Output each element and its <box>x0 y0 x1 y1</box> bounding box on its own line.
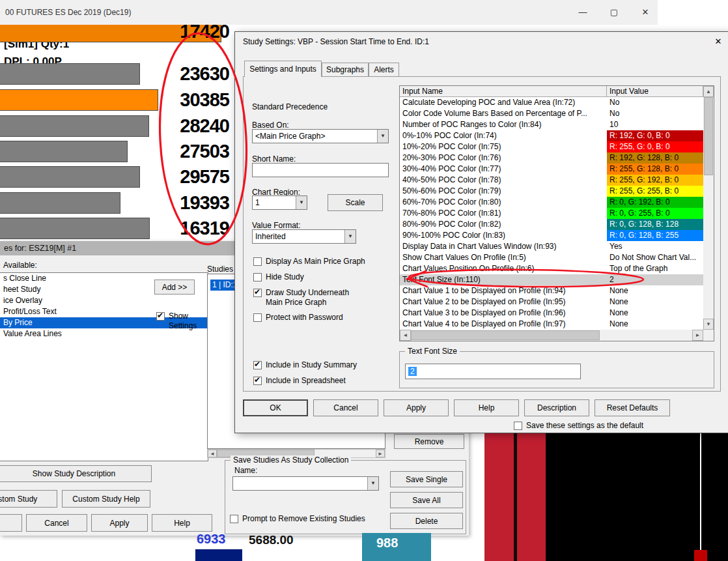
input-row[interactable]: 80%-90% POC Color (In:82)R: 0, G: 128, B… <box>400 219 703 230</box>
description-button[interactable]: Description <box>524 399 589 416</box>
summary-checkbox[interactable]: ✔Include in Spreadsheet <box>253 376 397 386</box>
scrollbar-thumb[interactable] <box>411 330 600 340</box>
tab-subgraphs[interactable]: Subgraphs <box>322 63 369 76</box>
main-window-title: 00 FUTURES ES Dec 2019 (Dec19) <box>5 0 131 25</box>
tab-alerts[interactable]: Alerts <box>369 63 399 76</box>
prompt-remove-checkbox[interactable]: Prompt to Remove Existing Studies <box>230 514 386 524</box>
help-button[interactable]: Help <box>454 399 519 416</box>
option-checkbox[interactable]: Hide Study <box>253 272 397 282</box>
minimize-icon[interactable]: — <box>568 0 598 25</box>
chart-region-combo[interactable]: 1 ▼ <box>252 195 307 210</box>
volume-bar-row: 27503 <box>0 139 260 164</box>
study-settings-dialog: Study Settings: VBP - Session Start Time… <box>234 31 728 433</box>
chart-blue-value: 6933 <box>197 532 226 547</box>
summary-checkbox[interactable]: ✔Include in Study Summary <box>253 360 397 370</box>
maximize-icon[interactable]: ▢ <box>599 0 629 25</box>
text-font-size-input[interactable]: 2 <box>405 364 581 379</box>
scroll-up-icon[interactable]: ▲ <box>703 86 714 97</box>
chevron-down-icon: ▼ <box>296 196 307 209</box>
cancel-button[interactable]: Cancel <box>26 514 87 532</box>
input-row[interactable]: 60%-70% POC Color (In:80)R: 0, G: 192, B… <box>400 197 703 208</box>
name-label: Name: <box>234 466 257 475</box>
input-row[interactable]: 90%-100% POC Color (In:83)R: 0, G: 128, … <box>400 230 703 241</box>
input-value-header[interactable]: Input Value <box>607 86 703 96</box>
input-row[interactable]: Number of POC Ranges to Color (In:84)10 <box>400 119 703 130</box>
input-value: No <box>607 108 703 119</box>
input-row[interactable]: Color Code Volume Bars Based on Percenta… <box>400 108 703 119</box>
based-on-combo[interactable]: <Main Price Graph> ▼ <box>252 129 389 143</box>
save-default-checkbox[interactable]: Save these settings as the default <box>514 421 643 431</box>
input-row[interactable]: 40%-50% POC Color (In:78)R: 255, G: 192,… <box>400 175 703 186</box>
checkbox-label: Hide Study <box>266 272 304 282</box>
input-row[interactable]: 70%-80% POC Color (In:81)R: 0, G: 255, B… <box>400 208 703 219</box>
scroll-right-icon[interactable]: ► <box>692 330 703 341</box>
chevron-down-icon: ▼ <box>367 477 378 490</box>
scale-button[interactable]: Scale <box>328 194 383 211</box>
custom-study-help-button[interactable]: Custom Study Help <box>62 490 150 508</box>
add-button[interactable]: Add >> <box>154 280 195 295</box>
input-row[interactable]: Chart Value 2 to be Displayed on Profile… <box>400 296 703 308</box>
chart-red-marker <box>694 550 707 561</box>
input-row[interactable]: Display Data in Chart Values Window (In:… <box>400 241 703 252</box>
option-checkbox[interactable]: Protect with Password <box>253 313 397 323</box>
tab-settings-and-inputs[interactable]: Settings and Inputs <box>244 61 322 77</box>
study-collection-name-combo[interactable]: ▼ <box>232 476 379 491</box>
input-row[interactable]: 50%-60% POC Color (In:79)R: 255, G: 255,… <box>400 186 703 197</box>
delete-button[interactable]: Delete <box>390 513 463 529</box>
partial-button[interactable] <box>0 514 22 532</box>
option-checkbox[interactable]: Display As Main Price Graph <box>253 257 397 266</box>
combo-value: <Main Price Graph> <box>253 130 377 143</box>
volume-bar-value: 19393 <box>91 191 229 215</box>
chart-vertical-line <box>700 433 701 561</box>
input-name: Chart Value 1 to be Displayed on Profile… <box>400 285 607 296</box>
close-icon[interactable]: ✕ <box>630 0 660 25</box>
input-row[interactable]: 0%-10% POC Color (In:74)R: 192, G: 0, B:… <box>400 130 703 141</box>
show-study-description-button[interactable]: Show Study Description <box>0 465 152 482</box>
custom-study-button[interactable]: ustom Study <box>0 490 57 508</box>
checkbox: ✔ <box>253 377 262 385</box>
save-all-button[interactable]: Save All <box>390 492 463 508</box>
screen: [Sim1] Qty:1 DPL: 0.00P 1742023630303852… <box>0 0 728 561</box>
value-format-combo[interactable]: Inherited ▼ <box>252 229 356 244</box>
short-name-input[interactable] <box>252 163 389 177</box>
input-row[interactable]: 30%-40% POC Color (In:77)R: 255, G: 128,… <box>400 164 703 175</box>
dialog-close-icon[interactable]: ✕ <box>710 32 726 51</box>
reset-defaults-button[interactable]: Reset Defaults <box>595 399 670 416</box>
show-settings-checkbox[interactable]: ✔ Show Settings <box>156 311 203 331</box>
input-row[interactable]: Chart Values Position On Profile (In:6)T… <box>400 263 703 274</box>
option-checkbox[interactable]: ✔Draw Study Underneath Main Price Graph <box>253 288 361 308</box>
apply-button[interactable]: Apply <box>91 514 148 532</box>
scroll-down-icon[interactable]: ▼ <box>703 319 714 330</box>
input-row[interactable]: Chart Value 4 to be Displayed on Profile… <box>400 319 703 330</box>
volume-bar-row: 23630 <box>0 62 260 86</box>
checkbox-label: Draw Study Underneath Main Price Graph <box>266 288 361 308</box>
input-row[interactable]: Chart Value 1 to be Displayed on Profile… <box>400 285 703 296</box>
input-name: Show Chart Values On Profile (In:5) <box>400 252 607 263</box>
save-single-button[interactable]: Save Single <box>390 471 463 487</box>
available-study-item[interactable]: ice Overlay <box>0 295 208 306</box>
checkbox <box>253 273 262 281</box>
input-row[interactable]: Show Chart Values On Profile (In:5)Do No… <box>400 252 703 263</box>
input-name: Chart Value 4 to be Displayed on Profile… <box>400 319 607 330</box>
remove-button[interactable]: Remove <box>394 434 464 449</box>
scroll-left-icon[interactable]: ◄ <box>400 330 411 341</box>
apply-button[interactable]: Apply <box>384 399 449 416</box>
checkbox-label: Protect with Password <box>266 313 343 323</box>
check-icon: ✔ <box>157 311 163 320</box>
help-button[interactable]: Help <box>152 514 212 532</box>
scroll-left-icon[interactable]: ◄ <box>208 450 217 457</box>
input-row[interactable]: 10%-20% POC Color (In:75)R: 255, G: 0, B… <box>400 141 703 152</box>
input-name-header[interactable]: Input Name <box>400 86 607 96</box>
ok-button[interactable]: OK <box>243 399 308 416</box>
input-row[interactable]: Chart Value 3 to be Displayed on Profile… <box>400 308 703 319</box>
input-row[interactable]: Calculate Developing POC and Value Area … <box>400 97 703 108</box>
input-value: Yes <box>607 241 703 252</box>
scrollbar-corner <box>703 330 714 341</box>
checkbox-label: Include in Study Summary <box>266 360 357 370</box>
input-row[interactable]: 20%-30% POC Color (In:76)R: 192, G: 128,… <box>400 152 703 164</box>
input-row[interactable]: Text Font Size (In:110)2 <box>400 274 703 285</box>
scroll-right-icon[interactable]: ► <box>376 450 385 457</box>
input-name: Text Font Size (In:110) <box>400 274 607 285</box>
scrollbar-thumb[interactable] <box>704 97 713 175</box>
cancel-button[interactable]: Cancel <box>313 399 378 416</box>
